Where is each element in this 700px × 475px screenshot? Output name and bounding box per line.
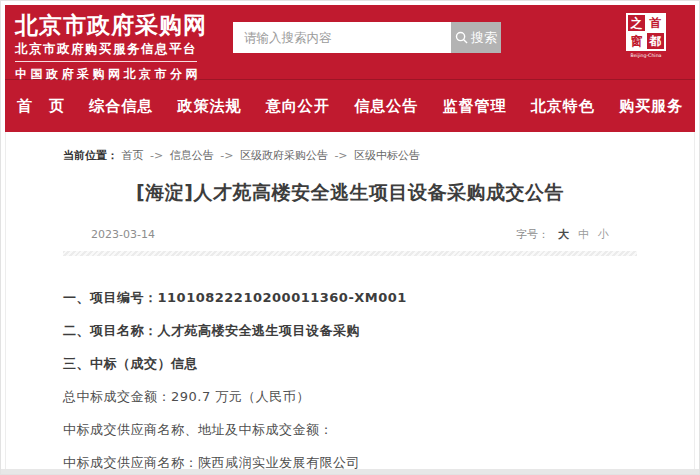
article-title: [海淀]人才苑高楼安全逃生项目设备采购成交公告 <box>63 180 637 206</box>
breadcrumb-item-qujicaigougonggao[interactable]: 区级政府采购公告 <box>240 149 328 162</box>
font-size-label: 字号： <box>516 227 549 242</box>
seal-char-zhi: 之 <box>627 14 646 32</box>
article-meta-row: 2023-03-14 字号： 大 中 小 <box>63 227 637 242</box>
nav-item-zonghexinxi[interactable]: 综合信息 <box>89 97 153 116</box>
capital-window-caption: Beijing-China <box>630 52 663 57</box>
breadcrumb-item-qujizhongbiaogonggao[interactable]: 区级中标公告 <box>354 149 420 162</box>
para-supplier-heading: 中标成交供应商名称、地址及中标成交金额： <box>63 423 637 436</box>
nav-item-jianduguanli[interactable]: 监督管理 <box>442 97 506 116</box>
breadcrumb-item-xinxigonggao[interactable]: 信息公告 <box>170 149 214 162</box>
bottom-edge-strip <box>1 469 699 474</box>
article-body: 一、项目编号：11010822210200011360-XM001 二、项目名称… <box>63 291 637 469</box>
nav-item-yixianggongkai[interactable]: 意向公开 <box>266 97 330 116</box>
breadcrumb-separator: -> <box>334 149 347 162</box>
para-supplier-name: 中标成交供应商名称：陕西咸润实业发展有限公司 <box>63 456 637 469</box>
breadcrumb-separator: -> <box>220 149 233 162</box>
search-icon <box>455 31 468 44</box>
breadcrumb-item-home[interactable]: 首页 <box>122 149 144 162</box>
nav-item-goumaifuwu[interactable]: 购买服务 <box>619 97 683 116</box>
para-project-number: 一、项目编号：11010822210200011360-XM001 <box>63 291 637 304</box>
search-box: 搜索 <box>233 22 501 53</box>
title-divider <box>63 251 637 256</box>
nav-item-home[interactable]: 首 页 <box>17 97 65 116</box>
capital-window-logo[interactable]: 之 首 窗 都 Beijing-China <box>625 13 667 59</box>
publish-date: 2023-03-14 <box>91 228 155 241</box>
site-logo[interactable]: 北京市政府采购网 北京市政府购买服务信息平台 中国政府采购网北京市分网 <box>15 12 207 83</box>
content-area: 当前位置： 首页 -> 信息公告 -> 区级政府采购公告 -> 区级中标公告 [… <box>5 132 695 469</box>
seal-char-shou: 首 <box>646 14 665 32</box>
capital-window-seal: 之 首 窗 都 <box>626 13 666 51</box>
browser-page: 北京市政府采购网 北京市政府购买服务信息平台 中国政府采购网北京市分网 搜索 <box>0 0 700 475</box>
breadcrumb: 当前位置： 首页 -> 信息公告 -> 区级政府采购公告 -> 区级中标公告 <box>63 148 637 163</box>
breadcrumb-separator: -> <box>150 149 163 162</box>
seal-char-chuang: 窗 <box>627 32 646 50</box>
nav-item-zhengcefagui[interactable]: 政策法规 <box>178 97 242 116</box>
para-award-info-heading: 三、中标（成交）信息 <box>63 357 637 370</box>
search-input[interactable] <box>233 22 451 53</box>
font-size-large[interactable]: 大 <box>558 227 569 242</box>
main-navigation: 首 页 综合信息 政策法规 意向公开 信息公告 监督管理 北京特色 购买服务 <box>5 79 695 132</box>
font-size-medium[interactable]: 中 <box>578 227 589 242</box>
breadcrumb-label: 当前位置： <box>63 149 118 162</box>
font-size-small[interactable]: 小 <box>598 227 609 242</box>
para-project-name: 二、项目名称：人才苑高楼安全逃生项目设备采购 <box>63 324 637 337</box>
para-total-amount: 总中标成交金额：290.7 万元（人民币） <box>63 390 637 403</box>
nav-item-beijingtese[interactable]: 北京特色 <box>531 97 595 116</box>
nav-item-xinxigonggao[interactable]: 信息公告 <box>354 97 418 116</box>
header-top: 北京市政府采购网 北京市政府购买服务信息平台 中国政府采购网北京市分网 搜索 <box>5 5 695 79</box>
site-header: 北京市政府采购网 北京市政府购买服务信息平台 中国政府采购网北京市分网 搜索 <box>5 5 695 132</box>
site-logo-title: 北京市政府采购网 <box>15 12 207 38</box>
search-button[interactable]: 搜索 <box>451 22 501 53</box>
font-size-control: 字号： 大 中 小 <box>516 227 609 242</box>
search-button-label: 搜索 <box>471 29 497 47</box>
seal-char-du: 都 <box>646 32 665 50</box>
site-logo-subtitle: 北京市政府购买服务信息平台 <box>15 39 197 62</box>
